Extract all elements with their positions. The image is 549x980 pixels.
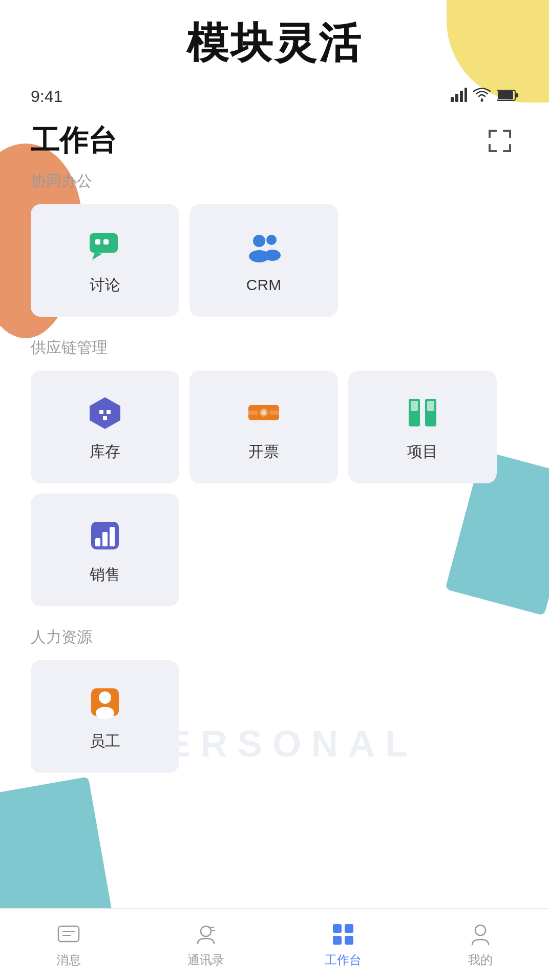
svg-rect-13 bbox=[489, 144, 491, 152]
nav-label-contacts: 通讯录 bbox=[187, 952, 224, 968]
svg-rect-44 bbox=[58, 926, 79, 942]
message-nav-icon bbox=[55, 921, 82, 948]
employee-icon bbox=[85, 682, 125, 723]
svg-rect-7 bbox=[516, 93, 518, 97]
nav-label-workbench: 工作台 bbox=[325, 952, 362, 968]
inventory-icon bbox=[85, 392, 125, 433]
svg-rect-40 bbox=[110, 527, 115, 546]
svg-rect-53 bbox=[345, 936, 353, 945]
module-crm[interactable]: CRM bbox=[189, 204, 338, 317]
svg-rect-39 bbox=[102, 532, 108, 546]
svg-rect-25 bbox=[99, 410, 103, 414]
module-inventory[interactable]: 库存 bbox=[31, 371, 179, 483]
svg-rect-3 bbox=[464, 88, 467, 102]
discussion-icon bbox=[85, 226, 125, 267]
section-title-collaboration: 协同办公 bbox=[31, 171, 518, 192]
svg-point-42 bbox=[99, 691, 111, 704]
svg-rect-52 bbox=[333, 936, 342, 945]
svg-rect-1 bbox=[455, 94, 458, 102]
modules-grid-sales: 销售 bbox=[31, 494, 518, 606]
project-icon bbox=[402, 392, 443, 433]
svg-rect-27 bbox=[103, 416, 107, 420]
modules-grid-collaboration: 讨论 CRM bbox=[31, 204, 518, 317]
svg-point-43 bbox=[96, 707, 114, 719]
nav-item-contacts[interactable]: 通讯录 bbox=[137, 921, 274, 968]
svg-marker-17 bbox=[92, 253, 102, 260]
scan-icon bbox=[487, 128, 513, 154]
workbench-nav-icon bbox=[330, 921, 356, 948]
section-title-hr: 人力资源 bbox=[31, 627, 518, 648]
sales-icon bbox=[85, 515, 125, 556]
svg-point-47 bbox=[201, 926, 211, 936]
svg-point-23 bbox=[264, 250, 281, 261]
svg-point-4 bbox=[481, 99, 483, 102]
nav-label-messages: 消息 bbox=[56, 952, 81, 968]
svg-point-32 bbox=[261, 410, 266, 415]
inventory-label: 库存 bbox=[90, 441, 120, 462]
nav-item-messages[interactable]: 消息 bbox=[0, 921, 137, 968]
invoice-label: 开票 bbox=[248, 441, 279, 462]
page-title: 工作台 bbox=[31, 121, 117, 160]
svg-point-20 bbox=[253, 235, 265, 247]
invoice-icon bbox=[243, 392, 284, 433]
svg-rect-0 bbox=[451, 97, 454, 102]
svg-rect-30 bbox=[248, 411, 258, 415]
svg-rect-15 bbox=[509, 144, 511, 152]
svg-rect-26 bbox=[107, 410, 111, 414]
svg-rect-51 bbox=[345, 924, 353, 933]
svg-rect-35 bbox=[411, 401, 418, 411]
svg-rect-2 bbox=[460, 91, 463, 102]
module-discussion[interactable]: 讨论 bbox=[31, 204, 179, 317]
project-label: 项目 bbox=[407, 441, 438, 462]
module-sales[interactable]: 销售 bbox=[31, 494, 179, 606]
section-title-supply-chain: 供应链管理 bbox=[31, 337, 518, 358]
svg-rect-11 bbox=[509, 130, 511, 138]
modules-grid-hr: 员工 bbox=[31, 660, 518, 773]
module-project[interactable]: 项目 bbox=[348, 371, 497, 483]
svg-rect-6 bbox=[498, 91, 513, 99]
page-header: 工作台 bbox=[0, 111, 549, 171]
contacts-nav-icon bbox=[193, 921, 219, 948]
modules-grid-supply-chain: 库存 开票 bbox=[31, 371, 518, 483]
wifi-icon bbox=[473, 88, 491, 106]
banner-title: 模块灵活 bbox=[0, 15, 549, 72]
battery-icon bbox=[497, 89, 518, 105]
svg-point-54 bbox=[475, 925, 485, 935]
mine-nav-icon bbox=[467, 921, 494, 948]
svg-point-21 bbox=[266, 235, 277, 245]
svg-marker-24 bbox=[90, 397, 120, 429]
sales-label: 销售 bbox=[90, 564, 120, 585]
status-icons bbox=[451, 88, 518, 106]
bottom-nav: 消息 通讯录 工作台 bbox=[0, 908, 549, 980]
nav-label-mine: 我的 bbox=[468, 952, 493, 968]
crm-label: CRM bbox=[246, 276, 281, 294]
svg-rect-18 bbox=[95, 239, 100, 244]
svg-rect-38 bbox=[95, 538, 100, 546]
section-supply-chain: 供应链管理 库存 bbox=[31, 337, 518, 606]
employee-label: 员工 bbox=[90, 731, 120, 752]
discussion-label: 讨论 bbox=[90, 275, 120, 296]
signal-icon bbox=[451, 88, 467, 106]
svg-rect-31 bbox=[270, 411, 279, 415]
crm-icon bbox=[243, 227, 284, 268]
nav-item-workbench[interactable]: 工作台 bbox=[274, 921, 412, 968]
svg-rect-9 bbox=[489, 130, 491, 138]
svg-rect-36 bbox=[427, 401, 434, 411]
section-hr: 人力资源 员工 bbox=[31, 627, 518, 773]
svg-rect-50 bbox=[333, 924, 342, 933]
module-employee[interactable]: 员工 bbox=[31, 660, 179, 773]
nav-item-mine[interactable]: 我的 bbox=[412, 921, 549, 968]
svg-rect-19 bbox=[103, 239, 109, 244]
module-invoice[interactable]: 开票 bbox=[189, 371, 338, 483]
section-collaboration: 协同办公 讨论 bbox=[31, 171, 518, 317]
scroll-content: 协同办公 讨论 bbox=[0, 171, 549, 925]
status-bar: 9:41 bbox=[0, 82, 549, 111]
status-time: 9:41 bbox=[31, 87, 62, 106]
header-banner: 模块灵活 bbox=[0, 0, 549, 82]
scan-button[interactable] bbox=[481, 126, 518, 156]
